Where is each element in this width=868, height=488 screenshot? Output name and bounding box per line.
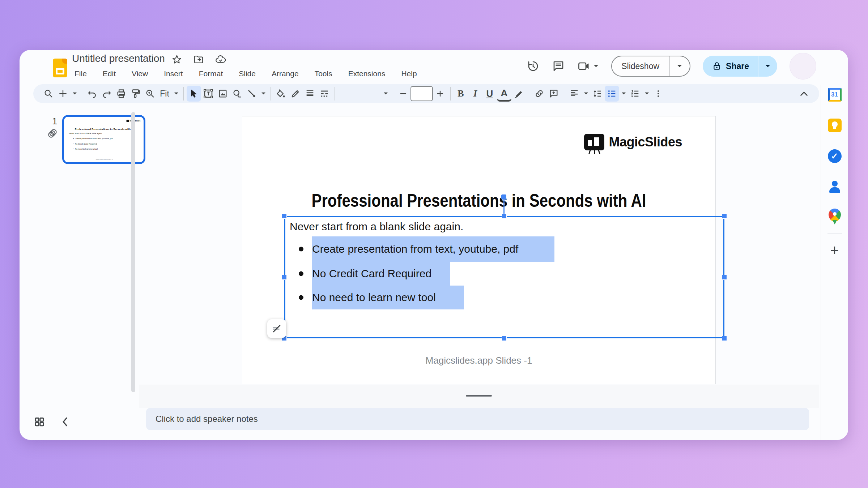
menu-format[interactable]: Format	[197, 69, 225, 79]
slide-footer-text[interactable]: Magicslides.app Slides -1	[242, 355, 715, 366]
speaker-notes-input[interactable]: Click to add speaker notes	[146, 408, 809, 430]
menu-extensions[interactable]: Extensions	[347, 69, 387, 79]
hide-menus-button[interactable]	[797, 86, 811, 102]
font-family-select[interactable]	[338, 86, 381, 102]
new-slide-button[interactable]	[56, 86, 70, 102]
menu-help[interactable]: Help	[400, 69, 418, 79]
comments-icon[interactable]	[552, 60, 565, 73]
zoom-button[interactable]	[143, 86, 157, 102]
bullet-item[interactable]: No Credit Card Required	[284, 262, 733, 286]
previous-slide-button[interactable]	[61, 417, 69, 427]
add-comment-button[interactable]	[546, 86, 561, 102]
slideshow-button[interactable]: Slideshow	[612, 61, 669, 71]
document-title[interactable]: Untitled presentation	[72, 53, 165, 64]
star-icon[interactable]	[171, 54, 182, 65]
menu-file[interactable]: File	[73, 69, 88, 79]
notes-resize-handle[interactable]	[466, 395, 492, 397]
selection-handle-top-left[interactable]	[282, 214, 287, 219]
numbered-list-caret[interactable]	[642, 86, 651, 102]
app-window: Untitled presentation File Edit View Ins…	[20, 50, 848, 440]
rotate-handle[interactable]	[501, 194, 506, 200]
maps-app-icon[interactable]	[827, 209, 842, 224]
bold-button[interactable]: B	[454, 86, 468, 102]
redo-button[interactable]	[99, 86, 114, 102]
bulleted-list-button[interactable]	[605, 86, 619, 102]
more-options-button[interactable]	[651, 86, 665, 102]
toolbar-divider	[82, 87, 82, 100]
insert-shape-button[interactable]	[230, 86, 244, 102]
insert-line-button[interactable]	[244, 86, 259, 102]
insert-line-caret[interactable]	[259, 86, 268, 102]
slide-transition-icon[interactable]	[47, 128, 58, 139]
select-tool-button[interactable]	[187, 86, 201, 102]
zoom-select[interactable]: Fit	[157, 86, 172, 102]
insert-image-button[interactable]	[216, 86, 230, 102]
insert-link-button[interactable]	[532, 86, 546, 102]
tasks-app-icon[interactable]: ✓	[827, 149, 842, 163]
zoom-select-caret[interactable]	[172, 86, 180, 102]
slide-canvas[interactable]: MagicSlides Professional Presentations i…	[242, 116, 716, 384]
line-spacing-button[interactable]	[590, 86, 605, 102]
slide-title[interactable]: Professional Presentations in Seconds wi…	[280, 190, 678, 211]
share-button[interactable]: Share	[703, 61, 758, 71]
selection-handle-top-right[interactable]	[722, 214, 727, 219]
underline-button[interactable]: U	[482, 86, 497, 102]
keep-app-icon[interactable]	[827, 118, 842, 133]
menu-arrange[interactable]: Arrange	[270, 69, 300, 79]
text-box-tool-button[interactable]	[201, 86, 216, 102]
slides-app-icon-fold	[62, 59, 67, 64]
undo-button[interactable]	[85, 86, 99, 102]
highlight-color-button[interactable]	[511, 86, 526, 102]
selection-handle-mid-left[interactable]	[282, 275, 287, 280]
calendar-app-icon[interactable]: 31	[827, 87, 842, 102]
menu-edit[interactable]: Edit	[101, 69, 117, 79]
bullet-item[interactable]: No need to learn new tool	[284, 286, 733, 309]
menu-tools[interactable]: Tools	[313, 69, 334, 79]
share-options-caret[interactable]	[758, 64, 777, 68]
numbered-list-button[interactable]	[628, 86, 642, 102]
slides-app-icon[interactable]	[53, 59, 67, 77]
bullet-text-selected: No need to learn new tool	[312, 286, 464, 309]
grid-view-button[interactable]	[34, 416, 45, 427]
toolbar-divider	[564, 87, 564, 100]
fill-color-button[interactable]	[274, 86, 288, 102]
meet-camera-icon[interactable]	[577, 60, 599, 73]
move-folder-icon[interactable]	[193, 54, 204, 65]
bullet-item[interactable]: Create presentation from text, youtube, …	[284, 236, 733, 262]
filmstrip-scrollbar[interactable]	[131, 112, 135, 392]
selection-handle-top-center[interactable]	[502, 214, 507, 219]
menu-slide[interactable]: Slide	[237, 69, 257, 79]
font-size-input[interactable]	[410, 86, 433, 101]
menu-insert[interactable]: Insert	[162, 69, 184, 79]
decrease-font-size-button[interactable]	[396, 86, 410, 102]
print-button[interactable]	[114, 86, 128, 102]
increase-font-size-button[interactable]	[433, 86, 447, 102]
align-caret[interactable]	[582, 86, 590, 102]
get-addons-button[interactable]: +	[827, 243, 842, 257]
chevron-down-icon	[677, 64, 682, 68]
bulleted-list-caret[interactable]	[619, 86, 628, 102]
slideshow-options-caret[interactable]	[669, 64, 690, 68]
italic-button[interactable]: I	[468, 86, 482, 102]
account-avatar[interactable]	[790, 53, 816, 80]
chevron-down-icon	[174, 92, 179, 95]
cloud-saved-icon[interactable]	[215, 54, 226, 65]
new-slide-caret[interactable]	[70, 86, 79, 102]
font-family-caret[interactable]	[381, 86, 390, 102]
border-color-button[interactable]	[288, 86, 303, 102]
border-weight-button[interactable]	[303, 86, 317, 102]
slide-lead-text[interactable]: Never start from a blank slide again.	[290, 221, 463, 233]
contacts-app-icon[interactable]	[827, 180, 842, 194]
selection-handle-bottom-right[interactable]	[722, 336, 727, 341]
paint-format-button[interactable]	[128, 86, 143, 102]
text-color-button[interactable]: A	[497, 86, 511, 102]
align-button[interactable]	[567, 86, 582, 102]
bullet-text-selected: Create presentation from text, youtube, …	[312, 236, 554, 262]
autofit-indicator-button[interactable]	[267, 319, 286, 338]
selection-handle-mid-right[interactable]	[722, 275, 727, 280]
version-history-icon[interactable]	[527, 60, 540, 73]
selection-handle-bottom-center[interactable]	[502, 336, 507, 341]
border-dash-button[interactable]	[317, 86, 332, 102]
menu-view[interactable]: View	[130, 69, 149, 79]
search-menus-button[interactable]	[41, 86, 56, 102]
